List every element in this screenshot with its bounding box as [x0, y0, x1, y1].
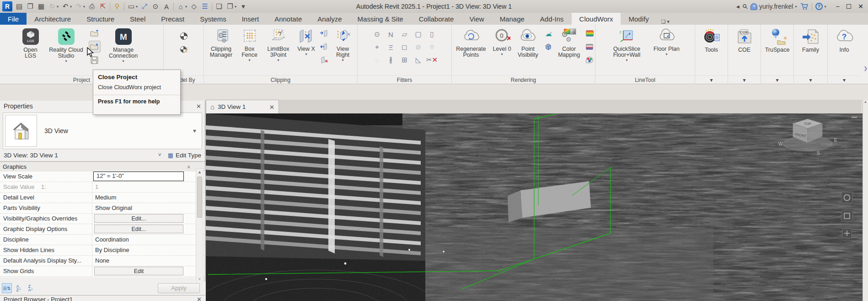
- text-icon[interactable]: A: [161, 1, 172, 12]
- property-value[interactable]: By Discipline: [92, 245, 205, 255]
- open-cloudworx-project-icon[interactable]: [89, 28, 100, 39]
- scroll-up-icon[interactable]: ▲: [196, 169, 203, 175]
- tab-add-ins[interactable]: Add-Ins: [532, 13, 572, 25]
- edit-button[interactable]: Edit...: [94, 214, 183, 223]
- group-header-graphics[interactable]: Graphics ˄: [0, 162, 205, 172]
- default-3d-view-icon[interactable]: ⌂▾: [175, 1, 188, 12]
- view-tab-3d-view-1[interactable]: ⌂ 3D View 1 ✕: [206, 100, 279, 113]
- panel-label-rendering[interactable]: Rendering: [452, 75, 595, 84]
- chevron-down-icon[interactable]: ˅: [158, 152, 161, 158]
- tab-collaborate[interactable]: Collaborate: [411, 13, 462, 25]
- edit-type-button[interactable]: ▦ Edit Type: [168, 152, 201, 159]
- ramp-icon[interactable]: ◺: [412, 54, 425, 66]
- user-menu[interactable]: yuriy.frenkel ▾: [750, 3, 797, 10]
- scroll-thumb[interactable]: [197, 177, 202, 218]
- view-tab-close-icon[interactable]: ✕: [269, 103, 274, 111]
- reality-cloud-studio-button[interactable]: Reality Cloud Studio ▾: [44, 27, 88, 64]
- slice-back-icon[interactable]: [318, 41, 329, 52]
- measure-icon[interactable]: ▭▾: [126, 1, 139, 12]
- help-icon[interactable]: ? ▾: [815, 3, 826, 10]
- tab-systems[interactable]: Systems: [192, 13, 234, 25]
- collapse-search-icon[interactable]: ◂: [736, 3, 739, 10]
- project-browser-bar[interactable]: Project Browser - Project1 ✕: [0, 295, 205, 301]
- close-button[interactable]: ✕: [858, 3, 863, 10]
- tab-structure[interactable]: Structure: [79, 13, 122, 25]
- view-minimize-icon[interactable]: [852, 117, 857, 118]
- color-mapping-button[interactable]: ⚙⚙ Color Mapping: [555, 27, 583, 63]
- chevron-down-icon[interactable]: ▾: [305, 51, 307, 57]
- sort-descending-icon[interactable]: ZA↓: [26, 283, 36, 293]
- property-value[interactable]: Edit...: [92, 224, 205, 234]
- chevron-down-icon[interactable]: ▾: [248, 57, 250, 63]
- tab-steel[interactable]: Steel: [122, 13, 153, 25]
- tile-windows-icon[interactable]: ❐▾: [225, 1, 238, 12]
- open-lgs-button[interactable]: LGS Open LGS: [18, 27, 43, 64]
- panel-label-linetool[interactable]: LineTool: [595, 75, 695, 84]
- tab-insert[interactable]: Insert: [234, 13, 267, 25]
- regenerate-points-button[interactable]: Regenerate Points: [452, 27, 490, 63]
- palette-icon[interactable]: [584, 54, 595, 65]
- section-icon[interactable]: ◇: [188, 1, 199, 12]
- slice-remove-icon[interactable]: ✕: [318, 54, 329, 65]
- chevron-down-icon[interactable]: ▾: [122, 58, 124, 64]
- ribbon-overflow-icon[interactable]: ❯: [864, 66, 868, 71]
- coe-button[interactable]: COE COE: [730, 27, 759, 58]
- find-fitting-icon[interactable]: ⌖: [370, 41, 384, 54]
- slice-forward-icon[interactable]: [318, 28, 329, 39]
- beam-pair-icon[interactable]: ∦: [384, 54, 398, 66]
- ribbon-display-toggle-icon[interactable]: ❏ ▾: [661, 19, 670, 25]
- maximize-button[interactable]: ☐: [846, 3, 852, 10]
- export-icon[interactable]: ⇱: [97, 1, 108, 12]
- panel-label-family[interactable]: ▾: [794, 75, 827, 84]
- cloud-rain-icon[interactable]: ☁̷: [543, 28, 554, 39]
- manage-connection-button[interactable]: M Manage Connection ▾: [101, 27, 146, 64]
- edit-button[interactable]: Edit...: [94, 225, 183, 233]
- navigation-bar[interactable]: [841, 192, 852, 238]
- viewport-canvas[interactable]: TOP FRONT W E S: [206, 113, 863, 301]
- point-grid-icon[interactable]: ⁘: [425, 41, 439, 54]
- apply-button[interactable]: Apply: [158, 283, 200, 293]
- chevron-down-icon[interactable]: ▾: [277, 57, 279, 63]
- box-icon[interactable]: ▢: [412, 28, 425, 41]
- chevron-down-icon[interactable]: ▾: [626, 57, 627, 63]
- property-value[interactable]: Edit...: [92, 214, 205, 224]
- collapse-icon[interactable]: ˄: [188, 164, 190, 170]
- redo-icon[interactable]: ↷▾: [73, 1, 86, 12]
- panel-label-truspace[interactable]: ▾: [761, 75, 793, 84]
- target-sphere-icon[interactable]: [178, 31, 189, 42]
- tab-modify[interactable]: Modify: [621, 13, 656, 25]
- box-fence-button[interactable]: Box Fence ▾: [238, 27, 262, 63]
- chevron-down-icon[interactable]: ▾: [665, 51, 667, 57]
- store-cart-icon[interactable]: [800, 3, 809, 10]
- instance-selector[interactable]: 3D View: 3D View 1: [4, 152, 58, 159]
- chevron-down-icon[interactable]: ▾: [501, 51, 503, 57]
- type-selector[interactable]: 3D View ▼: [3, 113, 202, 149]
- revit-logo[interactable]: R: [2, 1, 12, 11]
- plane-icon[interactable]: ▱: [398, 28, 412, 41]
- tab-annotate[interactable]: Annotate: [267, 13, 310, 25]
- panel-label-coe[interactable]: ▾: [728, 75, 761, 84]
- polyline-icon[interactable]: N: [384, 28, 398, 41]
- view-scrollbar[interactable]: ▲: [863, 100, 868, 301]
- window-icon[interactable]: ⊞: [398, 54, 412, 66]
- print-icon[interactable]: ⎙: [86, 1, 97, 12]
- view-scale-input[interactable]: 12" = 1'-0": [93, 172, 184, 181]
- info-button[interactable]: ? Info: [830, 27, 858, 58]
- limitbox-3point-button[interactable]: LimitBox 3Point ▾: [263, 27, 295, 63]
- truspace-button[interactable]: ✳ TruSpace: [762, 27, 793, 58]
- property-value[interactable]: Edit: [92, 266, 205, 276]
- tools-button[interactable]: Tools: [697, 27, 726, 58]
- family-button[interactable]: Family: [796, 27, 825, 58]
- gradient-bar-icon[interactable]: [584, 28, 595, 39]
- pipe-icon[interactable]: ⊙: [370, 28, 384, 41]
- property-value[interactable]: Show Original: [92, 203, 205, 213]
- gradient-image-icon[interactable]: [584, 41, 595, 52]
- quickslice-button[interactable]: 2 QuickSlice Floor+Wall ▾: [606, 27, 648, 63]
- tab-cloudworx[interactable]: CloudWorx: [572, 13, 621, 25]
- property-value[interactable]: None: [92, 256, 205, 266]
- save-icon[interactable]: ▦: [36, 1, 47, 12]
- steel-beam-icon[interactable]: Ξ: [384, 41, 398, 54]
- tab-massing-site[interactable]: Massing & Site: [350, 13, 411, 25]
- tab-architecture[interactable]: Architecture: [27, 13, 79, 25]
- tab-file[interactable]: File: [0, 13, 27, 25]
